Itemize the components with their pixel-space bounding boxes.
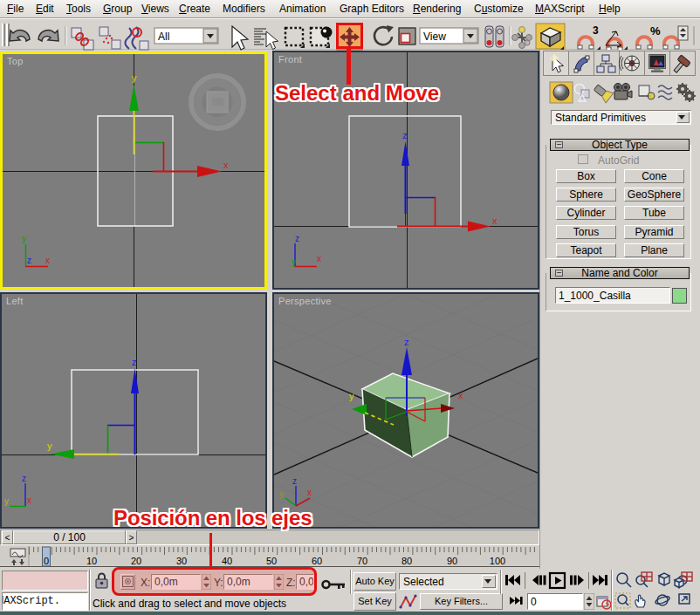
svg-text:View: View (423, 31, 446, 43)
svg-text:z: z (22, 474, 26, 483)
svg-text:3: 3 (593, 24, 599, 37)
svg-text:y: y (22, 234, 26, 243)
svg-text:z: z (404, 337, 409, 347)
svg-text:%: % (650, 24, 661, 38)
svg-text:y: y (132, 72, 137, 83)
svg-text:All: All (158, 31, 169, 43)
svg-text:x: x (458, 390, 463, 400)
svg-text:x: x (27, 495, 31, 505)
svg-text:z: z (132, 357, 137, 367)
svg-text:y: y (292, 257, 296, 267)
svg-text:x: x (492, 215, 498, 226)
svg-text:z: z (292, 476, 297, 486)
svg-text:x: x (317, 254, 321, 263)
svg-text:y: y (349, 391, 354, 401)
svg-text:z: z (27, 256, 31, 265)
svg-text:y: y (4, 496, 9, 506)
svg-text:x: x (223, 160, 229, 170)
svg-text:x: x (307, 488, 312, 497)
svg-text:y: y (279, 489, 284, 499)
svg-text:z: z (402, 130, 408, 140)
svg-text:x: x (45, 256, 50, 265)
svg-text:z: z (295, 234, 299, 243)
svg-text:y: y (47, 441, 52, 451)
